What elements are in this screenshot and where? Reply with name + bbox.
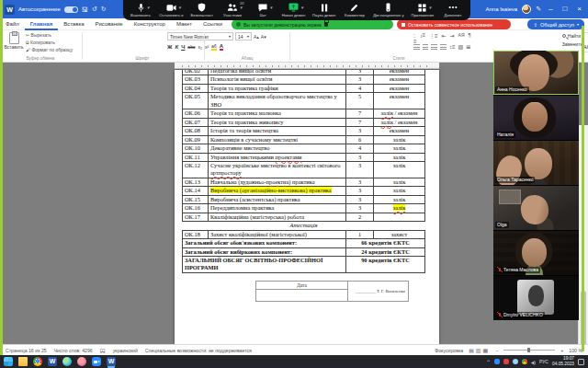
tray-chrome-icon[interactable] xyxy=(522,359,527,364)
table-row: ОК.04Теорія та практика графіки4екзамен xyxy=(183,84,425,92)
zoom-shield-button[interactable]: Безопасност xyxy=(190,1,214,19)
zoom-level[interactable]: 100 % xyxy=(569,348,582,353)
redo-icon[interactable]: ↻ xyxy=(101,6,107,13)
zoom-more-button[interactable]: Дополнит xyxy=(441,1,465,19)
taskbar-pink-icon[interactable] xyxy=(77,357,86,366)
participant-video-tile[interactable]: Тетяна Маслова xyxy=(493,231,579,275)
participant-name-label: Dmytro VELICHKO xyxy=(495,312,545,318)
table-row: ОК.09Композиція в сучасному мистецтві6за… xyxy=(183,135,425,144)
table-row: Атестація xyxy=(183,222,425,230)
page-indicator[interactable]: Страница 16 из 25 xyxy=(6,348,47,353)
view-mode-buttons[interactable]: ▤▥▦ xyxy=(469,347,490,353)
clipboard-icon xyxy=(9,32,19,44)
zoom-pause-button[interactable]: Пауза демон xyxy=(312,1,336,19)
recording-dot-icon xyxy=(236,22,241,27)
participant-video-tile[interactable]: Анна Носенко xyxy=(493,51,579,95)
notification-center-icon[interactable] xyxy=(578,359,584,365)
mic-icon: ▾ xyxy=(137,3,145,12)
language-indicator[interactable]: украинский xyxy=(113,348,138,353)
cut-button[interactable]: ✂ Вырезать xyxy=(26,32,73,38)
proofing-icon[interactable]: 🕮 xyxy=(100,348,106,353)
ribbon-tab-Рисование[interactable]: Рисование xyxy=(89,18,128,30)
minimize-button[interactable]: – xyxy=(546,0,555,18)
taskbar-edge-icon[interactable] xyxy=(62,357,72,366)
italic-button[interactable]: К xyxy=(175,44,178,50)
bold-button[interactable]: Ж xyxy=(167,44,172,50)
word-count[interactable]: Число слов: 4296 xyxy=(54,348,93,353)
zoom-camera-button[interactable]: ▾Остановить в xyxy=(159,1,183,19)
underline-button[interactable]: Ч xyxy=(181,44,185,50)
zoom-share-screen-button[interactable]: ▾Новая демон xyxy=(281,1,305,19)
chat-icon: ▾ xyxy=(258,3,267,12)
signed-in-user: Anna Isaieva xyxy=(485,6,517,12)
zoom-mic-button[interactable]: ▾Выключить xyxy=(129,1,153,19)
table-row: ОК.14Виробнича (організаційно-виставкова… xyxy=(183,187,425,195)
tray-onedrive-icon[interactable] xyxy=(513,359,518,364)
table-row: ОК.03Психологія вищої освіти3екзамен xyxy=(183,75,425,84)
paste-button[interactable]: Вставить xyxy=(4,32,24,50)
table-row: ОК.16Переддипломна практика3залік xyxy=(183,204,425,213)
strikethrough-button[interactable]: abc xyxy=(187,44,195,50)
language-switcher[interactable]: РУС xyxy=(539,359,548,364)
participant-video-tile[interactable]: Ольга Тарасенко xyxy=(493,141,579,185)
zoom-out-button[interactable]: − xyxy=(495,348,498,353)
zoom-slider[interactable] xyxy=(503,350,555,351)
accessibility-status[interactable]: Специальные возможности: не поддерживает… xyxy=(145,348,252,353)
taskbar-zoomapp-icon[interactable] xyxy=(92,357,101,366)
share-screen-icon: ▾ xyxy=(288,3,299,12)
document-page[interactable]: ОК.02Педагогіка вищої освіти3екзаменОК.0… xyxy=(175,70,439,344)
ribbon-tab-Вставка[interactable]: Вставка xyxy=(58,18,89,30)
stop-icon xyxy=(401,23,405,27)
share-icon: ⇪ xyxy=(533,22,537,28)
curriculum-table: ОК.02Педагогіка вищої освіти3екзаменОК.0… xyxy=(182,70,425,273)
stop-sharing-button[interactable]: Остановить совместное использование xyxy=(397,19,511,29)
table-row: ОК.06Теорія та практика малюнка7залік / … xyxy=(183,109,425,118)
taskbar-folder-icon[interactable] xyxy=(18,357,28,366)
screen: W Автосохранение 🖫 ↺ ↻ Anna Isaieva ✎ – … xyxy=(0,0,588,368)
zoom-remote-control-button[interactable]: Дистанционное у xyxy=(373,1,403,19)
volume-icon[interactable]: ◂) xyxy=(531,359,536,365)
table-row: Загальний обсяг обов'язкових компонент:6… xyxy=(183,239,425,247)
participant-video-tile[interactable]: Dmytro VELICHKO xyxy=(493,276,579,320)
focus-mode-button[interactable]: Фокусировка xyxy=(435,348,463,353)
participant-name-label: Наталія xyxy=(495,132,515,138)
pen-icon[interactable]: ✎ xyxy=(536,6,541,13)
mic-muted-icon xyxy=(497,268,502,273)
copy-button[interactable]: ⧉ Копировать xyxy=(26,40,73,46)
user-avatar[interactable] xyxy=(522,5,531,14)
word-app-icon: W xyxy=(5,5,15,15)
tray-expand-icon[interactable]: ⌃ xyxy=(486,359,491,365)
tray-zoom-icon[interactable] xyxy=(494,359,500,364)
undo-icon[interactable]: ↺ xyxy=(92,6,97,13)
subscript-button[interactable]: x₂ xyxy=(198,44,201,50)
zoom-in-button[interactable]: + xyxy=(560,348,563,353)
zoom-chat-button[interactable]: ▾Чат xyxy=(251,1,275,19)
autosave-toggle[interactable] xyxy=(64,6,78,13)
zoom-annotate-button[interactable]: Комментир xyxy=(343,1,367,19)
zoom-apps-button[interactable]: ▾Приложения xyxy=(411,1,435,19)
close-button[interactable]: × xyxy=(574,0,584,18)
participant-video-tile[interactable]: Olga xyxy=(493,186,579,230)
participant-name-label: Тетяна Маслова xyxy=(495,267,540,273)
participant-name-label: Анна Носенко xyxy=(495,86,529,93)
participant-video-tile[interactable]: Наталія xyxy=(493,96,579,140)
maximize-button[interactable]: □ xyxy=(560,0,570,18)
save-icon[interactable]: 🖫 xyxy=(82,6,88,13)
status-bar: Страница 16 из 25 Число слов: 4296 🕮 укр… xyxy=(0,344,588,355)
apps-icon: ▾ xyxy=(418,3,426,12)
ribbon-tab-Главная[interactable]: Главная xyxy=(25,18,58,30)
clock[interactable]: 19:0704.05.2023 xyxy=(552,356,574,366)
taskbar-chrome-icon[interactable] xyxy=(33,357,42,366)
taskbar-word-active-icon[interactable]: W xyxy=(107,357,116,366)
format-painter-button[interactable]: 🖌 Формат по образцу xyxy=(26,47,73,52)
share-button[interactable]: ⇪ Общий доступ ▾ xyxy=(527,19,584,29)
ribbon-tab-Файл[interactable]: Файл xyxy=(0,18,25,30)
taskbar-start-icon[interactable] xyxy=(4,357,13,366)
taskbar-word-icon[interactable]: W xyxy=(48,357,57,366)
horizontal-ruler xyxy=(175,63,439,69)
video-participants-sidebar: Анна НосенкоНаталіяОльга ТарасенкоOlgaТе… xyxy=(493,51,579,320)
screenshare-border-right xyxy=(582,26,584,351)
signature-box: Дата _________ Т. Г. Василенко xyxy=(255,281,409,302)
zoom-participants-button[interactable]: 10▾Участники xyxy=(220,1,244,19)
tray-pen-icon[interactable] xyxy=(503,359,509,364)
